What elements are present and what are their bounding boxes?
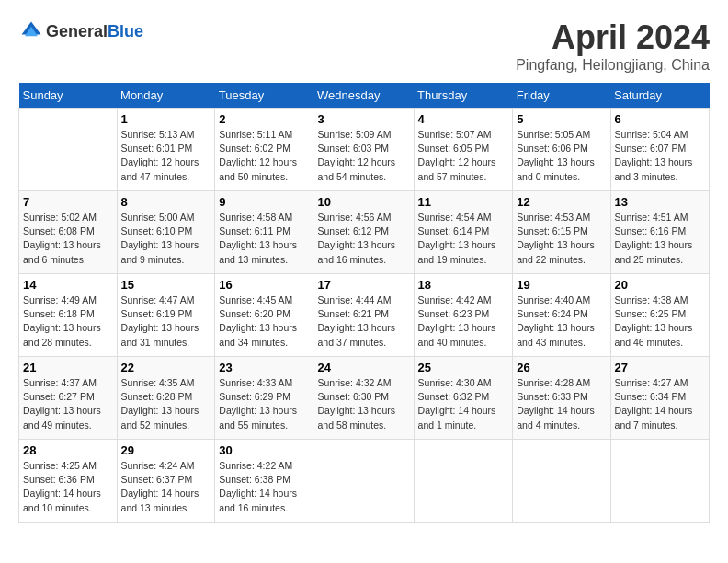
day-of-week-header: Tuesday bbox=[215, 83, 313, 109]
calendar-cell: 8Sunrise: 5:00 AMSunset: 6:10 PMDaylight… bbox=[117, 191, 215, 274]
calendar-cell bbox=[513, 440, 610, 523]
calendar-cell: 13Sunrise: 4:51 AMSunset: 6:16 PMDayligh… bbox=[610, 191, 709, 274]
calendar-cell: 11Sunrise: 4:54 AMSunset: 6:14 PMDayligh… bbox=[414, 191, 513, 274]
day-info: Sunrise: 4:42 AMSunset: 6:23 PMDaylight:… bbox=[418, 293, 509, 350]
day-of-week-header: Sunday bbox=[19, 83, 118, 109]
logo-general: General bbox=[46, 22, 108, 40]
logo-text: GeneralBlue bbox=[46, 22, 143, 41]
day-number: 5 bbox=[517, 112, 606, 126]
calendar-cell: 28Sunrise: 4:25 AMSunset: 6:36 PMDayligh… bbox=[19, 440, 118, 523]
day-info: Sunrise: 4:35 AMSunset: 6:28 PMDaylight:… bbox=[121, 376, 211, 432]
day-info: Sunrise: 4:22 AMSunset: 6:38 PMDaylight:… bbox=[219, 459, 309, 515]
day-number: 28 bbox=[23, 443, 113, 457]
calendar-cell: 19Sunrise: 4:40 AMSunset: 6:24 PMDayligh… bbox=[513, 274, 610, 357]
day-info: Sunrise: 4:38 AMSunset: 6:25 PMDaylight:… bbox=[615, 293, 705, 350]
day-info: Sunrise: 5:00 AMSunset: 6:10 PMDaylight:… bbox=[121, 211, 211, 267]
calendar-cell: 12Sunrise: 4:53 AMSunset: 6:15 PMDayligh… bbox=[513, 191, 610, 274]
calendar-cell bbox=[19, 109, 118, 191]
day-number: 20 bbox=[615, 278, 705, 292]
day-number: 3 bbox=[317, 112, 409, 126]
calendar-cell: 16Sunrise: 4:45 AMSunset: 6:20 PMDayligh… bbox=[215, 274, 313, 357]
day-number: 2 bbox=[219, 112, 309, 126]
day-number: 21 bbox=[23, 361, 113, 374]
calendar-week-row: 7Sunrise: 5:02 AMSunset: 6:08 PMDaylight… bbox=[19, 191, 710, 274]
day-number: 6 bbox=[615, 112, 705, 126]
day-info: Sunrise: 4:44 AMSunset: 6:21 PMDaylight:… bbox=[317, 293, 409, 350]
calendar-week-row: 14Sunrise: 4:49 AMSunset: 6:18 PMDayligh… bbox=[19, 274, 710, 357]
calendar-cell: 9Sunrise: 4:58 AMSunset: 6:11 PMDaylight… bbox=[215, 191, 313, 274]
calendar-cell: 3Sunrise: 5:09 AMSunset: 6:03 PMDaylight… bbox=[313, 109, 414, 191]
calendar-cell: 14Sunrise: 4:49 AMSunset: 6:18 PMDayligh… bbox=[19, 274, 118, 357]
calendar-cell: 21Sunrise: 4:37 AMSunset: 6:27 PMDayligh… bbox=[19, 357, 118, 440]
location-subtitle: Pingfang, Heilongjiang, China bbox=[516, 57, 710, 74]
day-info: Sunrise: 4:27 AMSunset: 6:34 PMDaylight:… bbox=[615, 376, 705, 432]
calendar-header-row: SundayMondayTuesdayWednesdayThursdayFrid… bbox=[19, 83, 710, 109]
day-info: Sunrise: 4:54 AMSunset: 6:14 PMDaylight:… bbox=[418, 211, 509, 267]
day-info: Sunrise: 4:40 AMSunset: 6:24 PMDaylight:… bbox=[517, 293, 606, 350]
day-number: 10 bbox=[317, 195, 409, 209]
day-info: Sunrise: 4:58 AMSunset: 6:11 PMDaylight:… bbox=[219, 211, 309, 267]
day-number: 12 bbox=[517, 195, 606, 209]
day-info: Sunrise: 4:30 AMSunset: 6:32 PMDaylight:… bbox=[418, 376, 509, 432]
day-number: 14 bbox=[23, 278, 113, 292]
day-of-week-header: Monday bbox=[117, 83, 215, 109]
logo-icon bbox=[18, 18, 44, 44]
calendar-cell: 7Sunrise: 5:02 AMSunset: 6:08 PMDaylight… bbox=[19, 191, 118, 274]
calendar-cell: 2Sunrise: 5:11 AMSunset: 6:02 PMDaylight… bbox=[215, 109, 313, 191]
day-of-week-header: Wednesday bbox=[313, 83, 414, 109]
day-number: 8 bbox=[121, 195, 211, 209]
day-info: Sunrise: 4:28 AMSunset: 6:33 PMDaylight:… bbox=[517, 376, 606, 432]
calendar-cell bbox=[414, 440, 513, 523]
month-title: April 2024 bbox=[516, 18, 710, 57]
calendar-cell: 22Sunrise: 4:35 AMSunset: 6:28 PMDayligh… bbox=[117, 357, 215, 440]
day-info: Sunrise: 5:02 AMSunset: 6:08 PMDaylight:… bbox=[23, 211, 113, 267]
day-number: 29 bbox=[121, 443, 211, 457]
day-number: 15 bbox=[121, 278, 211, 292]
calendar-week-row: 28Sunrise: 4:25 AMSunset: 6:36 PMDayligh… bbox=[19, 440, 710, 523]
day-info: Sunrise: 4:49 AMSunset: 6:18 PMDaylight:… bbox=[23, 293, 113, 350]
calendar-cell: 20Sunrise: 4:38 AMSunset: 6:25 PMDayligh… bbox=[610, 274, 709, 357]
day-number: 1 bbox=[121, 112, 211, 126]
calendar-cell bbox=[313, 440, 414, 523]
day-number: 19 bbox=[517, 278, 606, 292]
calendar-week-row: 1Sunrise: 5:13 AMSunset: 6:01 PMDaylight… bbox=[19, 109, 710, 191]
day-info: Sunrise: 4:37 AMSunset: 6:27 PMDaylight:… bbox=[23, 376, 113, 432]
day-number: 24 bbox=[317, 361, 409, 374]
calendar-cell: 27Sunrise: 4:27 AMSunset: 6:34 PMDayligh… bbox=[610, 357, 709, 440]
day-number: 7 bbox=[23, 195, 113, 209]
day-info: Sunrise: 5:09 AMSunset: 6:03 PMDaylight:… bbox=[317, 128, 409, 184]
day-number: 17 bbox=[317, 278, 409, 292]
calendar-cell: 23Sunrise: 4:33 AMSunset: 6:29 PMDayligh… bbox=[215, 357, 313, 440]
day-number: 26 bbox=[517, 361, 606, 374]
day-number: 11 bbox=[418, 195, 509, 209]
day-info: Sunrise: 4:47 AMSunset: 6:19 PMDaylight:… bbox=[121, 293, 211, 350]
calendar-cell: 18Sunrise: 4:42 AMSunset: 6:23 PMDayligh… bbox=[414, 274, 513, 357]
calendar-cell: 29Sunrise: 4:24 AMSunset: 6:37 PMDayligh… bbox=[117, 440, 215, 523]
day-of-week-header: Saturday bbox=[610, 83, 709, 109]
calendar-cell: 26Sunrise: 4:28 AMSunset: 6:33 PMDayligh… bbox=[513, 357, 610, 440]
day-info: Sunrise: 5:13 AMSunset: 6:01 PMDaylight:… bbox=[121, 128, 211, 184]
calendar-cell: 1Sunrise: 5:13 AMSunset: 6:01 PMDaylight… bbox=[117, 109, 215, 191]
day-number: 9 bbox=[219, 195, 309, 209]
day-number: 22 bbox=[121, 361, 211, 374]
day-info: Sunrise: 4:24 AMSunset: 6:37 PMDaylight:… bbox=[121, 459, 211, 515]
calendar-cell: 4Sunrise: 5:07 AMSunset: 6:05 PMDaylight… bbox=[414, 109, 513, 191]
day-number: 23 bbox=[219, 361, 309, 374]
page-header: GeneralBlue April 2024 Pingfang, Heilong… bbox=[18, 18, 710, 74]
calendar-table: SundayMondayTuesdayWednesdayThursdayFrid… bbox=[18, 83, 710, 523]
logo-blue: Blue bbox=[108, 22, 143, 40]
day-of-week-header: Friday bbox=[513, 83, 610, 109]
day-info: Sunrise: 5:04 AMSunset: 6:07 PMDaylight:… bbox=[615, 128, 705, 184]
day-info: Sunrise: 5:07 AMSunset: 6:05 PMDaylight:… bbox=[418, 128, 509, 184]
calendar-cell: 17Sunrise: 4:44 AMSunset: 6:21 PMDayligh… bbox=[313, 274, 414, 357]
calendar-cell: 10Sunrise: 4:56 AMSunset: 6:12 PMDayligh… bbox=[313, 191, 414, 274]
day-info: Sunrise: 5:11 AMSunset: 6:02 PMDaylight:… bbox=[219, 128, 309, 184]
calendar-cell: 15Sunrise: 4:47 AMSunset: 6:19 PMDayligh… bbox=[117, 274, 215, 357]
day-info: Sunrise: 4:51 AMSunset: 6:16 PMDaylight:… bbox=[615, 211, 705, 267]
day-of-week-header: Thursday bbox=[414, 83, 513, 109]
calendar-cell: 5Sunrise: 5:05 AMSunset: 6:06 PMDaylight… bbox=[513, 109, 610, 191]
day-info: Sunrise: 5:05 AMSunset: 6:06 PMDaylight:… bbox=[517, 128, 606, 184]
day-info: Sunrise: 4:25 AMSunset: 6:36 PMDaylight:… bbox=[23, 459, 113, 515]
calendar-cell: 25Sunrise: 4:30 AMSunset: 6:32 PMDayligh… bbox=[414, 357, 513, 440]
calendar-cell: 30Sunrise: 4:22 AMSunset: 6:38 PMDayligh… bbox=[215, 440, 313, 523]
